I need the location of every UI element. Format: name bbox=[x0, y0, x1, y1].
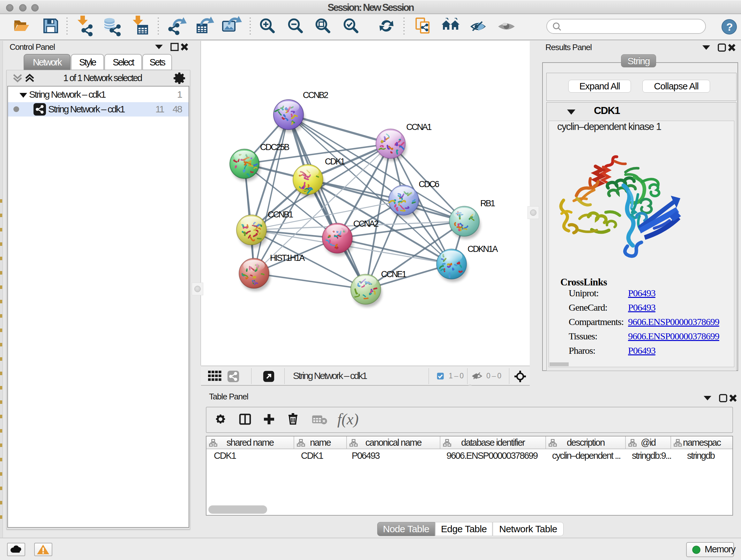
svg-text:CDKN1A: CDKN1A bbox=[468, 244, 498, 254]
svg-text:?: ? bbox=[726, 21, 732, 33]
svg-text:CCNB1: CCNB1 bbox=[268, 210, 293, 219]
svg-text:CDK1: CDK1 bbox=[325, 157, 345, 166]
svg-text:CCNB2: CCNB2 bbox=[303, 90, 328, 100]
svg-text:CDC25B: CDC25B bbox=[260, 142, 289, 152]
svg-text:f(x): f(x) bbox=[337, 411, 359, 428]
svg-text:CCNE1: CCNE1 bbox=[381, 269, 406, 279]
svg-text:CCNA1: CCNA1 bbox=[406, 122, 431, 132]
svg-text:HIST1H1A: HIST1H1A bbox=[270, 253, 305, 263]
svg-text:RB1: RB1 bbox=[480, 199, 495, 208]
svg-text:CCNA2: CCNA2 bbox=[353, 219, 379, 229]
svg-text:CDC6: CDC6 bbox=[419, 179, 439, 189]
